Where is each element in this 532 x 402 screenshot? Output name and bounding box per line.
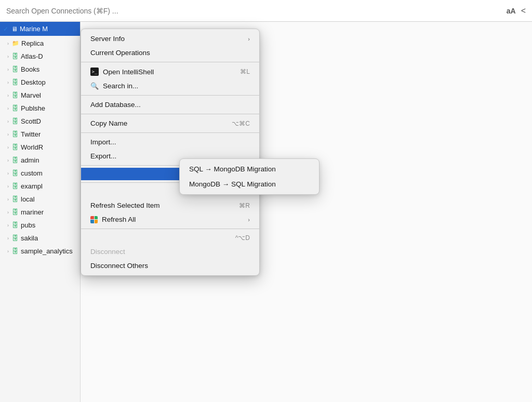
separator bbox=[81, 95, 259, 96]
db-icon: 🗄 bbox=[12, 65, 19, 73]
db-icon: 🗄 bbox=[12, 208, 19, 216]
db-icon: 🗄 bbox=[12, 221, 19, 229]
sidebar-label: Atlas-D bbox=[21, 52, 43, 60]
sidebar-label: Books bbox=[21, 65, 39, 73]
sidebar-item-pubs[interactable]: › 🗄 pubs bbox=[0, 219, 80, 232]
sidebar-item-custom[interactable]: › 🗄 custom bbox=[0, 167, 80, 180]
sidebar-label: mariner bbox=[21, 208, 44, 216]
shortcut-label: ⌘R bbox=[239, 202, 250, 209]
search-input[interactable] bbox=[6, 7, 507, 15]
menu-label: Refresh All bbox=[102, 216, 136, 223]
sql-migration-submenu: SQL → MongoDB Migration MongoDB → SQL Mi… bbox=[179, 158, 320, 195]
search-icon: 🔍 bbox=[90, 82, 99, 90]
sidebar-item-twitter[interactable]: › 🗄 Twitter bbox=[0, 128, 80, 141]
sidebar-label: sakila bbox=[21, 234, 38, 242]
submenu-item-sql-to-mongo[interactable]: SQL → MongoDB Migration bbox=[180, 162, 319, 177]
shortcut-label: ⌘L bbox=[240, 68, 250, 75]
sidebar-label: Desktop bbox=[21, 78, 46, 86]
aa-button[interactable]: aA bbox=[507, 7, 516, 15]
context-menu: Server Info › Current Operations >_ Open… bbox=[81, 29, 260, 276]
folder-icon: 📁 bbox=[12, 40, 19, 47]
menu-item-search-in[interactable]: 🔍 Search in... bbox=[81, 79, 259, 93]
db-icon: 🗄 bbox=[12, 169, 19, 177]
chevron-icon: › bbox=[7, 41, 9, 46]
menu-item-copy-name[interactable]: Copy Name ⌥⌘C bbox=[81, 116, 259, 130]
menu-item-disconnect-all[interactable]: Disconnect Others bbox=[81, 259, 259, 273]
menu-item-intellishell[interactable]: >_ Open IntelliShell ⌘L bbox=[81, 64, 259, 79]
sidebar-label: Replica bbox=[21, 39, 44, 47]
shortcut-label: ^⌥D bbox=[235, 234, 250, 242]
menu-item-server-info[interactable]: Server Info › bbox=[81, 32, 259, 46]
menu-label: Disconnect bbox=[90, 248, 125, 256]
db-icon: 🗄 bbox=[12, 52, 19, 60]
separator bbox=[81, 62, 259, 62]
menu-label: Current Operations bbox=[90, 49, 150, 57]
db-icon: 🗄 bbox=[12, 91, 19, 99]
chevron-icon: › bbox=[7, 67, 9, 72]
submenu-item-mongo-to-sql[interactable]: MongoDB → SQL Migration bbox=[180, 177, 319, 192]
submenu-arrow-icon: › bbox=[248, 36, 250, 42]
sidebar-item-atlasd[interactable]: › 🗄 Atlas-D bbox=[0, 50, 80, 63]
search-bar: aA < bbox=[0, 0, 532, 22]
submenu-label: SQL → MongoDB Migration bbox=[189, 165, 276, 173]
sidebar-label: Twitter bbox=[21, 130, 41, 138]
sidebar-item-scottd[interactable]: › 🗄 ScottD bbox=[0, 115, 80, 128]
sidebar-label: admin bbox=[21, 156, 39, 164]
db-icon: 🗄 bbox=[12, 130, 19, 138]
sidebar-item-admin[interactable]: › 🗄 admin bbox=[0, 154, 80, 167]
sidebar-db-list: › 📁 Replica › 🗄 Atlas-D › 🗄 Books › 🗄 De… bbox=[0, 36, 80, 258]
chevron-icon: › bbox=[7, 106, 9, 111]
chevron-icon: › bbox=[7, 197, 9, 202]
sidebar-item-sakila[interactable]: › 🗄 sakila bbox=[0, 232, 80, 245]
sidebar-item-sample-analytics[interactable]: › 🗄 sample_analytics bbox=[0, 245, 80, 258]
chevron-icon: › bbox=[7, 132, 9, 137]
menu-item-refresh-all[interactable]: Refresh Selected Item ⌘R bbox=[81, 198, 259, 212]
sidebar-label: ScottD bbox=[21, 117, 41, 125]
sidebar-label: custom bbox=[21, 169, 43, 177]
sidebar-label: Publshe bbox=[21, 104, 45, 112]
shortcut-label: ⌥⌘C bbox=[232, 120, 250, 127]
menu-label: Copy Name bbox=[90, 119, 127, 127]
sidebar-item-marvel[interactable]: › 🗄 Marvel bbox=[0, 89, 80, 102]
separator bbox=[81, 114, 259, 114]
db-icon: 🗄 bbox=[12, 156, 19, 164]
sidebar: ✓ 🖥 Marine M › 📁 Replica › 🗄 Atlas-D › 🗄… bbox=[0, 22, 81, 402]
intellishell-icon: >_ bbox=[90, 68, 99, 76]
sidebar-item-books[interactable]: › 🗄 Books bbox=[0, 63, 80, 76]
sidebar-item-example[interactable]: › 🗄 exampl bbox=[0, 180, 80, 193]
chevron-icon: › bbox=[7, 184, 9, 189]
chevron-icon: › bbox=[7, 119, 9, 124]
menu-item-current-ops[interactable]: Current Operations bbox=[81, 46, 259, 60]
separator bbox=[81, 132, 259, 133]
sidebar-item-local[interactable]: › 🗄 local bbox=[0, 193, 80, 206]
collapse-button[interactable]: < bbox=[521, 6, 526, 16]
chevron-icon: › bbox=[7, 210, 9, 215]
menu-item-choose-color[interactable]: Refresh All › bbox=[81, 212, 259, 226]
sidebar-item-mariner[interactable]: › 🗄 mariner bbox=[0, 206, 80, 219]
sidebar-label: WorldR bbox=[21, 143, 43, 151]
submenu-label: MongoDB → SQL Migration bbox=[189, 180, 276, 188]
submenu-arrow-icon: › bbox=[248, 217, 250, 223]
menu-label: Refresh Selected Item bbox=[90, 202, 160, 209]
sidebar-item-publisher[interactable]: › 🗄 Publshe bbox=[0, 102, 80, 115]
sidebar-item-worldr[interactable]: › 🗄 WorldR bbox=[0, 141, 80, 154]
db-icon: 🗄 bbox=[12, 234, 19, 242]
menu-label: Export... bbox=[90, 152, 116, 160]
sidebar-item-desktop[interactable]: › 🗄 Desktop bbox=[0, 76, 80, 89]
menu-item-disconnect[interactable]: ^⌥D bbox=[81, 231, 259, 245]
sidebar-label: local bbox=[21, 195, 35, 203]
checkmark-icon: ✓ bbox=[3, 25, 8, 33]
sidebar-label: pubs bbox=[21, 221, 35, 229]
sidebar-item-replica[interactable]: › 📁 Replica bbox=[0, 37, 80, 50]
sidebar-item-server[interactable]: ✓ 🖥 Marine M bbox=[0, 22, 80, 36]
menu-label: Add Database... bbox=[90, 101, 141, 109]
menu-label: Search in... bbox=[103, 82, 138, 90]
menu-item-add-database[interactable]: Add Database... bbox=[81, 98, 259, 112]
chevron-icon: › bbox=[7, 249, 9, 254]
menu-item-import[interactable]: Import... bbox=[81, 135, 259, 149]
menu-label: Import... bbox=[90, 138, 116, 146]
server-icon: 🖥 bbox=[11, 25, 18, 33]
db-icon: 🗄 bbox=[12, 117, 19, 125]
db-icon: 🗄 bbox=[12, 104, 19, 112]
chevron-icon: › bbox=[7, 158, 9, 163]
